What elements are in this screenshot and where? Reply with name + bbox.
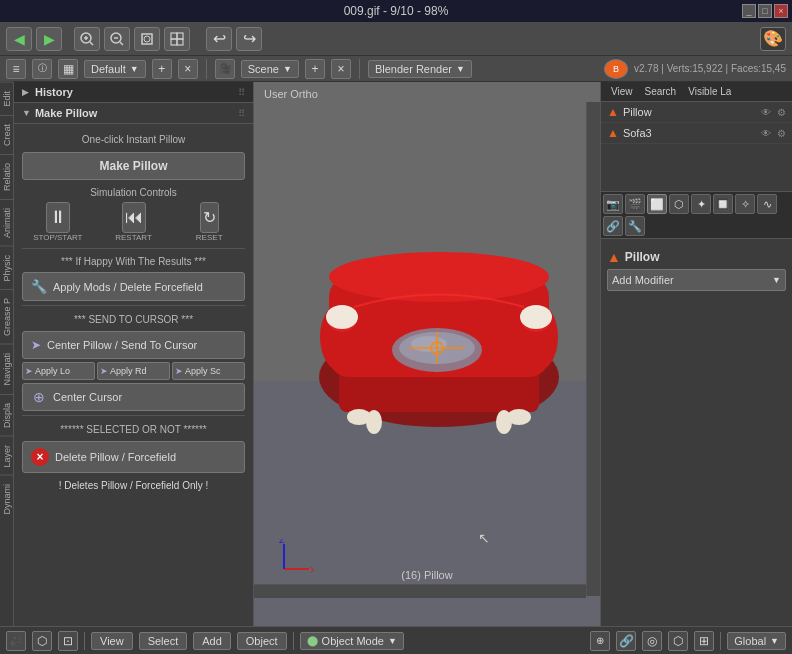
mode-dropdown[interactable]: ⬤ Object Mode ▼ <box>300 632 404 650</box>
close-button[interactable]: × <box>774 4 788 18</box>
fit-button[interactable] <box>134 27 160 51</box>
viewport[interactable]: User Ortho <box>254 82 600 626</box>
zoom-out-button[interactable] <box>104 27 130 51</box>
menu-icon-button[interactable]: ≡ <box>6 59 26 79</box>
zoom-100-button[interactable] <box>164 27 190 51</box>
delete-pillow-button[interactable]: × Delete Pillow / Forcefield <box>22 441 245 473</box>
apply-sc-button[interactable]: ➤ Apply Sc <box>172 362 245 380</box>
view-menu-button[interactable]: View <box>91 632 133 650</box>
mode-icon: ⬤ <box>307 635 318 646</box>
view-label: User Ortho <box>264 88 318 100</box>
scene-dropdown[interactable]: Scene ▼ <box>241 60 299 78</box>
bottombar-view3d-icon[interactable]: 🎥 <box>6 631 26 651</box>
pillow-settings-icon[interactable]: ⚙ <box>777 107 786 118</box>
render-engine-dropdown[interactable]: Blender Render ▼ <box>368 60 472 78</box>
back-button[interactable]: ◀ <box>6 27 32 51</box>
proportional-button[interactable]: ◎ <box>642 631 662 651</box>
sofa-visibility-icon[interactable]: 👁 <box>761 128 771 139</box>
scene-label: Scene <box>248 63 279 75</box>
viewport-scroll-horizontal[interactable] <box>254 584 586 598</box>
make-pillow-section-header[interactable]: ▼ Make Pillow ⠿ <box>14 103 253 124</box>
bottom-sep-2 <box>293 632 294 650</box>
svg-point-24 <box>366 410 382 434</box>
reset-button[interactable]: ↻ <box>200 202 219 233</box>
outliner-search-btn[interactable]: Search <box>641 85 681 98</box>
redo-button[interactable]: ↪ <box>236 27 262 51</box>
center-send-button[interactable]: ➤ Center Pillow / Send To Cursor <box>22 331 245 359</box>
3d-view-icon[interactable]: 🎥 <box>215 59 235 79</box>
apply-mods-label: Apply Mods / Delete Forcefield <box>53 281 203 293</box>
undo-button[interactable]: ↩ <box>206 27 232 51</box>
mirror-button[interactable]: ⊞ <box>694 631 714 651</box>
apply-mods-button[interactable]: 🔧 Apply Mods / Delete Forcefield <box>22 272 245 301</box>
add-menu-button[interactable]: Add <box>193 632 231 650</box>
render-button[interactable]: 🎨 <box>760 27 786 51</box>
forward-button[interactable]: ▶ <box>36 27 62 51</box>
tab-grease[interactable]: Grease P <box>0 289 13 344</box>
sofa-settings-icon[interactable]: ⚙ <box>777 128 786 139</box>
minimize-button[interactable]: _ <box>742 4 756 18</box>
pillow-visibility-icon[interactable]: 👁 <box>761 107 771 118</box>
prop-tab-material[interactable]: ✦ <box>691 194 711 214</box>
tab-displa[interactable]: Displa <box>0 394 13 436</box>
svg-rect-12 <box>177 39 183 45</box>
add-modifier-arrow: ▼ <box>772 275 781 285</box>
zoom-in-button[interactable] <box>74 27 100 51</box>
maximize-button[interactable]: □ <box>758 4 772 18</box>
scene-remove-button[interactable]: × <box>331 59 351 79</box>
layout-icon-button[interactable]: ▦ <box>58 59 78 79</box>
onion-button[interactable]: ⬡ <box>668 631 688 651</box>
bottombar-transform-icon[interactable]: ⬡ <box>32 631 52 651</box>
prop-tab-physics[interactable]: ∿ <box>757 194 777 214</box>
outliner-visible-btn[interactable]: Visible La <box>684 85 735 98</box>
tab-layer[interactable]: Layer <box>0 436 13 476</box>
info-icon-button[interactable]: ⓘ <box>32 59 52 79</box>
outliner-item-sofa3[interactable]: ▲ Sofa3 👁 ⚙ <box>601 123 792 144</box>
bottombar-snap-icon[interactable]: ⊡ <box>58 631 78 651</box>
layout-remove-button[interactable]: × <box>178 59 198 79</box>
apply-lo-icon: ➤ <box>25 366 33 376</box>
sim-controls-label: Simulation Controls <box>22 183 245 200</box>
tab-creat[interactable]: Creat <box>0 115 13 154</box>
viewport-scroll-vertical[interactable] <box>586 102 600 596</box>
prop-tab-modifiers[interactable]: 🔧 <box>625 216 645 236</box>
pivot-button[interactable]: ⊕ <box>590 631 610 651</box>
center-cursor-button[interactable]: Center Cursor <box>22 383 245 411</box>
prop-tab-particles[interactable]: ✧ <box>735 194 755 214</box>
restart-group: ⏮ RESTART <box>98 202 170 242</box>
apply-rd-button[interactable]: ➤ Apply Rd <box>97 362 170 380</box>
apply-lo-button[interactable]: ➤ Apply Lo <box>22 362 95 380</box>
object-menu-button[interactable]: Object <box>237 632 287 650</box>
global-dropdown[interactable]: Global ▼ <box>727 632 786 650</box>
prop-tab-scene[interactable]: 🎬 <box>625 194 645 214</box>
version-info: v2.78 | Verts:15,922 | Faces:15,45 <box>634 63 786 74</box>
history-section-header[interactable]: ▶ History ⠿ <box>14 82 253 103</box>
snap-button[interactable]: 🔗 <box>616 631 636 651</box>
prop-tab-mesh[interactable]: ⬡ <box>669 194 689 214</box>
make-pillow-button[interactable]: Make Pillow <box>22 152 245 180</box>
stop-start-button[interactable]: ⏸ <box>46 202 70 233</box>
tab-edit[interactable]: Edit <box>0 82 13 115</box>
prop-tab-object[interactable]: ⬜ <box>647 194 667 214</box>
tab-physic[interactable]: Physic <box>0 246 13 290</box>
add-modifier-button[interactable]: Add Modifier ▼ <box>607 269 786 291</box>
tab-dynami[interactable]: Dynami <box>0 475 13 523</box>
tab-relatio[interactable]: Relatio <box>0 154 13 199</box>
layout-add-button[interactable]: + <box>152 59 172 79</box>
prop-tab-texture[interactable]: 🔲 <box>713 194 733 214</box>
outliner-item-pillow[interactable]: ▲ Pillow 👁 ⚙ <box>601 102 792 123</box>
prop-tab-render[interactable]: 📷 <box>603 194 623 214</box>
apply-rd-icon: ➤ <box>100 366 108 376</box>
tab-navigati[interactable]: Navigati <box>0 344 13 394</box>
layout-dropdown[interactable]: Default ▼ <box>84 60 146 78</box>
pillow-object-name: Pillow <box>623 106 757 118</box>
tab-animati[interactable]: Animati <box>0 199 13 246</box>
prop-tab-constraints[interactable]: 🔗 <box>603 216 623 236</box>
scene-add-button[interactable]: + <box>305 59 325 79</box>
select-menu-button[interactable]: Select <box>139 632 188 650</box>
history-title: History <box>35 86 73 98</box>
restart-button[interactable]: ⏮ <box>122 202 146 233</box>
outliner-view-btn[interactable]: View <box>607 85 637 98</box>
main-layout: Edit Creat Relatio Animati Physic Grease… <box>0 82 792 626</box>
right-panel: View Search Visible La ▲ Pillow 👁 ⚙ ▲ So… <box>600 82 792 626</box>
